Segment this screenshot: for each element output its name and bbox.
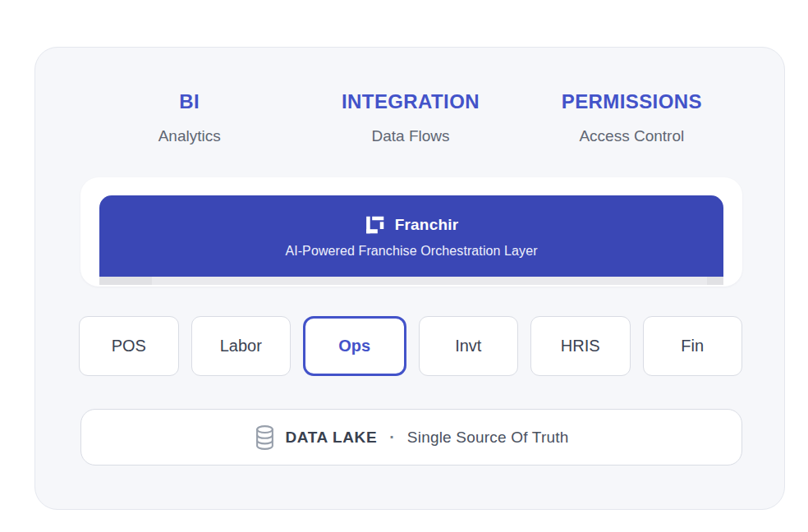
platform-name: Franchir xyxy=(395,216,459,234)
header-col-bi: BI Analytics xyxy=(79,90,300,145)
permissions-title: PERMISSIONS xyxy=(521,90,742,113)
franchir-logo-icon xyxy=(365,214,386,236)
systems-row: POS Labor Ops Invt HRIS Fin xyxy=(79,316,742,376)
architecture-card: BI Analytics INTEGRATION Data Flows PERM… xyxy=(34,47,785,510)
system-chip-pos[interactable]: POS xyxy=(79,316,179,376)
platform-title-row: Franchir xyxy=(365,214,459,236)
bi-subtitle: Analytics xyxy=(79,127,300,145)
system-chip-labor[interactable]: Labor xyxy=(191,316,292,376)
header-col-permissions: PERMISSIONS Access Control xyxy=(521,90,742,145)
system-chip-fin[interactable]: Fin xyxy=(643,316,743,376)
header-col-integration: INTEGRATION Data Flows xyxy=(300,90,521,145)
data-lake-bar: DATA LAKE · Single Source Of Truth xyxy=(80,409,742,466)
data-lake-title: DATA LAKE xyxy=(286,429,378,447)
platform-tagline: AI-Powered Franchise Orchestration Layer xyxy=(285,244,537,259)
dot-separator: · xyxy=(388,428,397,447)
platform-banner: Franchir AI-Powered Franchise Orchestrat… xyxy=(99,195,723,277)
capability-header-row: BI Analytics INTEGRATION Data Flows PERM… xyxy=(79,90,742,145)
platform-stage: Franchir AI-Powered Franchise Orchestrat… xyxy=(80,177,742,287)
clipped-content-strip xyxy=(99,277,723,285)
page: BI Analytics INTEGRATION Data Flows PERM… xyxy=(0,0,808,532)
data-lake-subtitle: Single Source Of Truth xyxy=(407,429,569,447)
bi-title: BI xyxy=(79,90,300,113)
integration-title: INTEGRATION xyxy=(300,90,521,113)
system-chip-ops[interactable]: Ops xyxy=(303,316,406,376)
system-chip-invt[interactable]: Invt xyxy=(419,316,519,376)
integration-subtitle: Data Flows xyxy=(300,127,521,145)
permissions-subtitle: Access Control xyxy=(521,127,742,145)
system-chip-hris[interactable]: HRIS xyxy=(530,316,631,376)
database-icon xyxy=(255,424,275,451)
